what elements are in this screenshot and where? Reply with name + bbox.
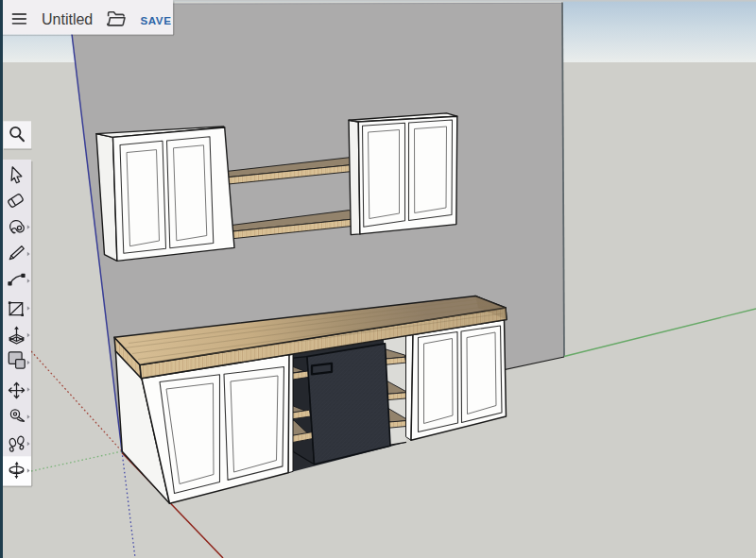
svg-text:SAVE: SAVE (141, 14, 172, 26)
svg-text:Untitled: Untitled (42, 11, 93, 27)
